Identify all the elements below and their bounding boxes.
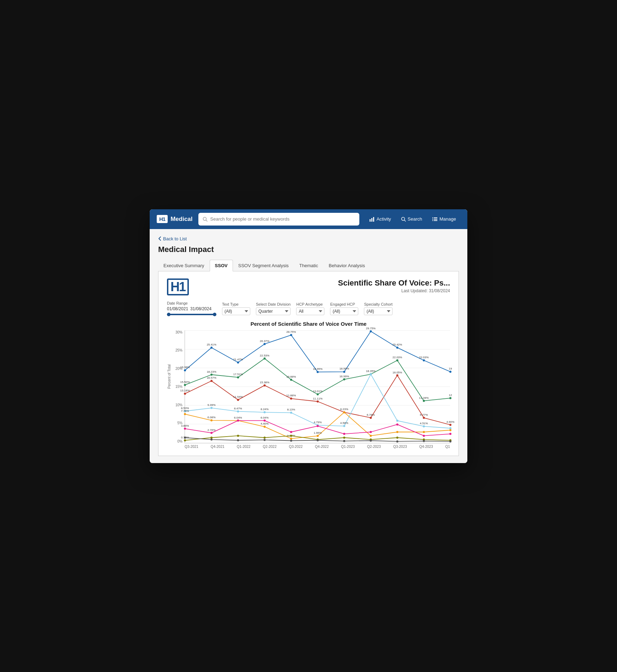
svg-text:28.75%: 28.75% (286, 330, 296, 334)
chevron-left-icon (158, 236, 162, 241)
svg-point-113 (423, 431, 425, 433)
svg-text:11.28%: 11.28% (419, 396, 429, 399)
svg-point-110 (343, 411, 345, 413)
select-date-filter: Select Date Division Quarter (256, 302, 290, 315)
svg-point-13 (184, 369, 186, 371)
date-range-values: 01/08/2021 31/08/2024 (167, 306, 216, 311)
svg-text:7.75%: 7.75% (181, 409, 189, 413)
svg-point-87 (290, 412, 292, 414)
engaged-hcp-filter: Engaged HCP (All) (330, 302, 358, 315)
svg-point-115 (184, 427, 186, 430)
svg-text:13.01%: 13.01% (313, 390, 322, 393)
x-label-q1-2023: Q1-2023 (341, 445, 355, 449)
x-label-q4-2021: Q4-2021 (211, 445, 224, 449)
svg-rect-11 (434, 219, 437, 220)
svg-point-114 (449, 429, 451, 431)
hcp-archetype-label: HCP Archetype (296, 302, 324, 306)
svg-text:3.88%: 3.88% (181, 424, 189, 427)
x-label-q3-2023: Q3-2023 (393, 445, 407, 449)
search-input[interactable] (210, 216, 355, 222)
text-type-select[interactable]: (All) (222, 307, 250, 315)
page-title: Medical Impact (158, 245, 459, 254)
report-title-area: Scientific Share Of Voice: Ps... Last Up… (338, 278, 450, 293)
svg-point-149 (396, 440, 399, 442)
engaged-hcp-select[interactable]: (All) (330, 307, 358, 315)
y-label-0: 0% (167, 439, 182, 443)
svg-text:16.88%: 16.88% (286, 375, 296, 378)
svg-point-57 (184, 392, 186, 395)
svg-point-134 (290, 434, 292, 437)
svg-text:19: 19 (449, 367, 452, 370)
search-button[interactable]: Search (397, 214, 426, 224)
svg-point-83 (237, 410, 239, 412)
x-label-q2-2023: Q2-2023 (367, 445, 381, 449)
svg-text:18.35%: 18.35% (366, 370, 376, 373)
svg-point-27 (370, 330, 372, 332)
manage-button[interactable]: Manage (428, 214, 460, 224)
svg-text:18.05%: 18.05% (393, 371, 402, 374)
filters-row: Date Range 01/08/2021 31/08/2024 Text Ty… (167, 301, 450, 315)
svg-point-91 (343, 425, 345, 427)
svg-point-129 (184, 439, 186, 441)
navbar: H1 Medical Activity (150, 209, 467, 229)
select-date-label: Select Date Division (256, 302, 290, 306)
svg-point-95 (423, 425, 425, 427)
svg-text:18.99%: 18.99% (340, 367, 349, 370)
y-label-25: 25% (167, 348, 182, 352)
svg-text:6.78%: 6.78% (367, 413, 375, 416)
x-label-q4-2023: Q4-2023 (419, 445, 433, 449)
engaged-hcp-label: Engaged HCP (330, 302, 358, 306)
tab-thematic[interactable]: Thematic (294, 260, 323, 271)
hcp-archetype-select[interactable]: All (296, 307, 324, 315)
range-slider[interactable] (167, 314, 216, 315)
tab-ssov[interactable]: SSOV (210, 260, 233, 271)
svg-point-61 (237, 398, 239, 401)
svg-point-106 (290, 437, 292, 439)
report-updated: Last Updated: 31/08/2024 (338, 288, 450, 293)
svg-text:13.18%: 13.18% (180, 389, 190, 392)
svg-point-85 (264, 411, 266, 413)
svg-text:22.03%: 22.03% (419, 356, 429, 359)
svg-point-51 (396, 359, 399, 361)
search-bar[interactable] (198, 213, 359, 226)
svg-text:25.42%: 25.42% (393, 343, 402, 346)
activity-button[interactable]: Activity (365, 214, 395, 224)
svg-point-45 (317, 393, 319, 395)
svg-point-35 (184, 384, 186, 386)
tab-behavior[interactable]: Behavior Analysis (323, 260, 370, 271)
svg-point-53 (423, 400, 425, 402)
svg-text:17.51%: 17.51% (233, 373, 243, 376)
date-range-label: Date Range (167, 301, 216, 305)
svg-rect-10 (434, 217, 437, 218)
svg-point-120 (264, 419, 266, 421)
svg-text:4.40%: 4.40% (260, 422, 269, 425)
x-label-q4-2022: Q4-2022 (315, 445, 329, 449)
search-nav-icon (401, 217, 406, 222)
svg-point-112 (396, 431, 399, 433)
y-axis-rotate-label: Percent of Total (167, 364, 171, 389)
svg-text:6.04%: 6.04% (260, 416, 269, 419)
svg-point-136 (343, 437, 345, 439)
chart-svg: 19.38%25.41%21.47%26.37%28.75%18.95%18.9… (185, 330, 450, 443)
chart-svg-area: 19.38%25.41%21.47%26.37%28.75%18.95%18.9… (185, 330, 450, 443)
svg-point-146 (317, 439, 319, 441)
report-logo: H1 (167, 278, 189, 295)
svg-text:4.79%: 4.79% (314, 420, 322, 424)
select-date-select[interactable]: Quarter (256, 307, 290, 315)
specialty-cohort-select[interactable]: (All) (364, 307, 393, 315)
back-link[interactable]: Back to List (158, 236, 459, 241)
x-label-q3-2022: Q3-2022 (289, 445, 302, 449)
svg-point-133 (264, 437, 266, 439)
svg-point-124 (343, 433, 345, 435)
svg-point-55 (449, 397, 451, 399)
page-content: Back to List Medical Impact Executive Su… (150, 229, 467, 463)
h1-logo: H1 (157, 215, 168, 223)
svg-point-104 (264, 426, 266, 428)
svg-point-144 (264, 439, 266, 441)
svg-point-131 (210, 437, 212, 439)
tab-ssov-segment[interactable]: SSOV Segment Analysis (233, 260, 294, 271)
tab-executive-summary[interactable]: Executive Summary (158, 260, 210, 271)
svg-point-98 (184, 413, 186, 415)
svg-point-128 (449, 433, 451, 435)
svg-text:29.75%: 29.75% (366, 326, 376, 330)
